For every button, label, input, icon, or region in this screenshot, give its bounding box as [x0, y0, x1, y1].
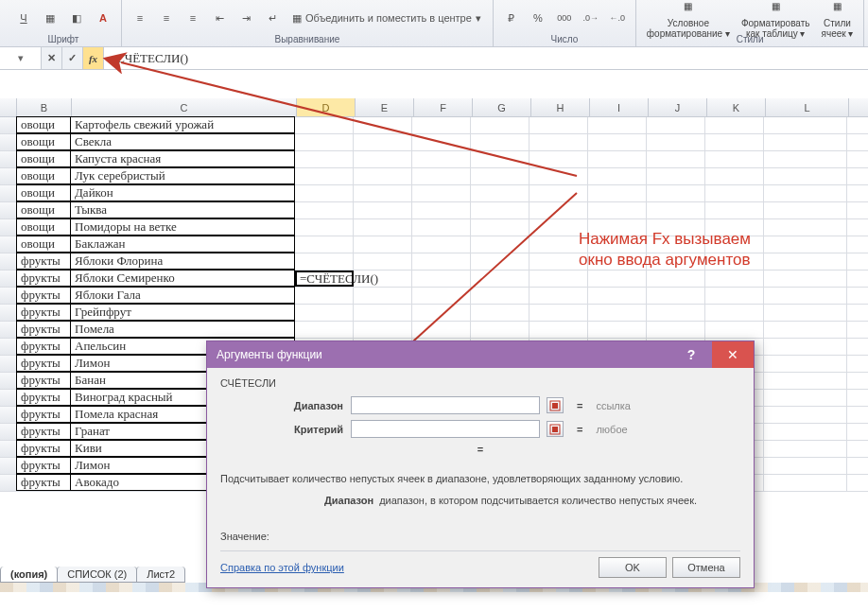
cell[interactable]: Яблоки Семиренко [70, 270, 295, 287]
confirm-formula-button[interactable]: ✓ [62, 47, 83, 69]
cell[interactable] [705, 322, 764, 338]
cell[interactable] [705, 288, 764, 304]
cell[interactable] [529, 202, 588, 218]
wrap-text-button[interactable]: ↵ [262, 8, 283, 28]
col-header[interactable]: J [649, 98, 707, 116]
cell[interactable] [412, 134, 471, 150]
cell[interactable] [471, 134, 529, 150]
cell[interactable] [647, 322, 705, 338]
sheet-tab[interactable]: Лист2 [136, 567, 185, 583]
cell[interactable] [471, 117, 529, 133]
cell[interactable]: Лук серебристый [70, 167, 295, 184]
cell[interactable] [354, 202, 412, 218]
cell[interactable] [471, 185, 529, 201]
fill-color-button[interactable]: ◧ [66, 8, 87, 28]
cell[interactable] [764, 219, 847, 236]
cell[interactable] [354, 151, 412, 167]
cell[interactable]: фрукты [16, 372, 71, 389]
cell[interactable] [529, 134, 588, 150]
col-header[interactable]: H [531, 98, 590, 116]
cell[interactable] [588, 117, 647, 133]
cell[interactable] [764, 441, 847, 457]
font-color-button[interactable]: A [93, 8, 113, 28]
percent-button[interactable]: % [528, 8, 548, 28]
cell[interactable]: Яблоки Флорина [70, 253, 295, 270]
cell[interactable] [295, 134, 354, 150]
col-header[interactable]: D [297, 98, 356, 116]
cell[interactable] [471, 288, 529, 304]
cell[interactable] [412, 288, 471, 304]
active-cell[interactable]: =СЧЁТЕСЛИ() [295, 271, 354, 287]
cell[interactable] [764, 390, 847, 406]
cell[interactable] [354, 168, 412, 184]
cell[interactable] [529, 185, 588, 201]
cell[interactable] [529, 151, 588, 167]
cell[interactable]: фрукты [16, 389, 71, 406]
cell[interactable] [647, 185, 705, 201]
cell[interactable] [647, 134, 705, 150]
cell[interactable] [705, 305, 764, 321]
cell[interactable] [412, 271, 471, 287]
cell[interactable] [412, 151, 471, 167]
cell[interactable]: Картофель свежий урожай [70, 116, 295, 133]
cell[interactable] [647, 151, 705, 167]
cell[interactable] [764, 185, 847, 201]
cell[interactable]: фрукты [16, 253, 71, 270]
cell[interactable] [529, 271, 588, 287]
cell[interactable] [705, 117, 764, 133]
cell[interactable] [764, 458, 847, 474]
cell[interactable] [764, 117, 847, 133]
cell[interactable] [529, 168, 588, 184]
cell[interactable] [705, 202, 764, 218]
cell[interactable] [412, 219, 471, 236]
cell[interactable]: Баклажан [70, 236, 295, 253]
cell[interactable]: фрукты [16, 338, 71, 355]
cell[interactable] [764, 151, 847, 167]
cell[interactable]: Дайкон [70, 184, 295, 201]
cell[interactable] [354, 271, 412, 287]
cell[interactable] [354, 134, 412, 150]
cell[interactable] [412, 253, 471, 270]
cell[interactable] [588, 305, 647, 321]
merge-center-button[interactable]: ▦Объединить и поместить в центре▾ [288, 8, 485, 28]
cell[interactable] [529, 288, 588, 304]
cell[interactable] [295, 236, 354, 253]
sheet-tab[interactable]: СПИСОК (2) [57, 567, 137, 583]
cell[interactable] [412, 236, 471, 253]
cell[interactable] [705, 185, 764, 201]
cell[interactable] [471, 151, 529, 167]
dialog-help-button[interactable]: ? [670, 341, 712, 368]
arg-input-range[interactable] [351, 396, 540, 414]
cell[interactable] [471, 202, 529, 218]
cell[interactable] [647, 271, 705, 287]
cell[interactable] [295, 253, 354, 270]
cell[interactable] [588, 322, 647, 338]
cell[interactable] [764, 202, 847, 218]
cell[interactable] [295, 117, 354, 133]
underline-button[interactable]: Ч [13, 8, 34, 28]
cell[interactable]: фрукты [16, 321, 71, 338]
indent-dec-button[interactable]: ⇤ [209, 8, 230, 28]
cell[interactable] [295, 305, 354, 321]
dec-decimal-button[interactable]: ←.0 [607, 8, 628, 28]
fx-button[interactable]: fx [83, 47, 104, 69]
cell[interactable] [471, 322, 529, 338]
cell[interactable]: фрукты [16, 406, 71, 423]
cell[interactable]: овощи [16, 116, 71, 133]
cell[interactable]: фрукты [16, 440, 71, 457]
arg-input-criteria[interactable] [351, 420, 540, 438]
name-box[interactable]: ▾ [0, 47, 42, 69]
cell[interactable]: фрукты [16, 457, 71, 474]
col-header[interactable]: L [766, 98, 849, 116]
cell[interactable]: Грейпфрут [70, 304, 295, 321]
ok-button[interactable]: OK [599, 557, 667, 578]
formula-input[interactable]: =СЧЁТЕСЛИ() [104, 47, 868, 69]
cell[interactable] [705, 134, 764, 150]
cell[interactable] [471, 236, 529, 253]
cell[interactable] [295, 151, 354, 167]
col-header[interactable]: G [473, 98, 531, 116]
cell[interactable]: Капуста красная [70, 150, 295, 167]
cell[interactable] [412, 305, 471, 321]
cell[interactable] [764, 424, 847, 440]
cell[interactable]: овощи [16, 218, 71, 236]
